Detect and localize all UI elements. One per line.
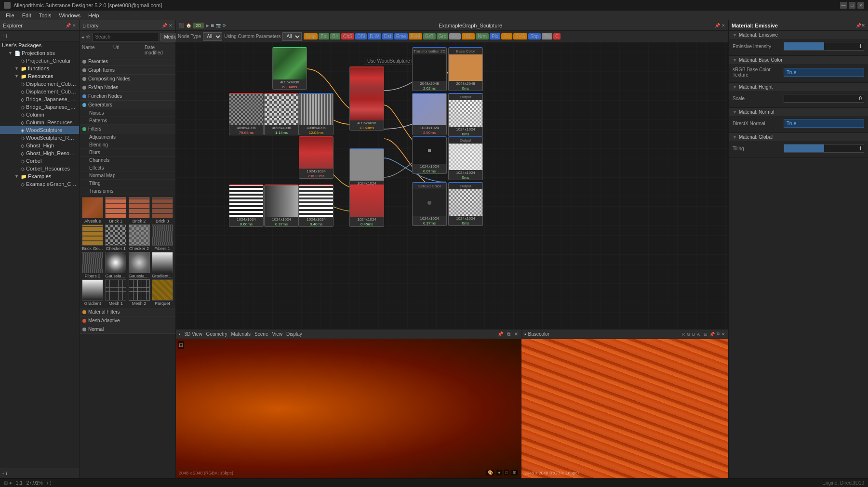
graph-node-lines[interactable]: 4096x4096 12.05ms	[299, 93, 334, 135]
view3d-pop-icon[interactable]: ⧉	[507, 331, 510, 337]
scale-slider[interactable]: 0	[784, 94, 864, 103]
library-close-icon[interactable]: ✕	[169, 23, 173, 28]
graph-node-bitmap[interactable]: 4096x4096 63.04ms	[272, 47, 307, 90]
tree-displacement-cube-res[interactable]: ◇ Displacement_Cube_0_Resources	[0, 88, 79, 95]
explorer-pin-icon[interactable]: 📌	[66, 23, 71, 28]
sub-normal-map[interactable]: Normal Map	[80, 172, 175, 180]
library-pin-icon[interactable]: 📌	[162, 23, 167, 28]
basecolor-collapse-icon[interactable]: ▪	[524, 331, 526, 337]
graph-close-icon[interactable]: ✕	[721, 23, 725, 28]
tab-geometry[interactable]: Geometry	[206, 331, 227, 337]
directx-value[interactable]: True	[784, 119, 864, 128]
tree-projection-circular[interactable]: ◇ Projection_Circular	[0, 57, 79, 65]
tree-bridge[interactable]: ◇ Bridge_Japanese_SubstanceTest	[0, 95, 79, 103]
graph-node-tf2d[interactable]: Transformation 2D 2048x2048 2.62ms	[412, 47, 447, 91]
badge-grb[interactable]: GrB	[423, 33, 436, 39]
normal-section-header[interactable]: ▼ Material: Normal	[729, 108, 868, 116]
sub-channels[interactable]: Channels	[80, 157, 175, 164]
graph-node-getcolor[interactable]: Get/Set Color 1024x1024 0.37ms	[412, 182, 447, 226]
graph-nav-icon[interactable]: ⬛	[179, 23, 184, 28]
graph-node-output3[interactable]: Output 1024x1024 0ms	[448, 182, 483, 226]
tab-scene[interactable]: Scene	[254, 331, 268, 337]
tab-view[interactable]: View	[272, 331, 282, 337]
lib-item-parquet[interactable]: Parquet	[151, 279, 174, 306]
lib-item-alveolus[interactable]: Alveolus	[81, 197, 104, 224]
basecolor-pin-icon[interactable]: 📌	[709, 332, 715, 337]
sub-patterns[interactable]: Patterns	[80, 117, 175, 125]
graph-node-stripes[interactable]: 1024x1024 0.40ms	[299, 184, 334, 227]
graph-canvas[interactable]: Use WoodSculpture Model 4096x4096 63.04m…	[176, 42, 728, 329]
badge-dst[interactable]: Dst	[382, 33, 393, 39]
sub-noises[interactable]: Noises	[80, 109, 175, 117]
tree-displacement-cube[interactable]: ◇ Displacement_Cube_0	[0, 80, 79, 88]
badge-hsl[interactable]: HSL	[462, 33, 475, 39]
graph-node-small1[interactable]: 1024x1024 0.07ms	[412, 136, 447, 174]
basecolor-toolbar4[interactable]: A	[697, 332, 700, 337]
col-name[interactable]: Name	[80, 44, 112, 56]
basecolor-toolbar3[interactable]: B	[692, 332, 695, 337]
sub-effects[interactable]: Effects	[80, 164, 175, 172]
badge-pix[interactable]: Pix	[490, 33, 500, 39]
graph-node-basecolor[interactable]: Base Color 2048x2048 0ms	[448, 47, 483, 91]
badge-gry[interactable]: Gry	[449, 33, 461, 39]
badge-blr[interactable]: Blr	[330, 33, 340, 39]
tree-wood-sculpture[interactable]: ◈ WoodSculpture	[0, 126, 79, 134]
sub-tiling[interactable]: Tiling	[80, 180, 175, 187]
tree-wood-res[interactable]: ◇ WoodSculpture_Resources	[0, 134, 79, 142]
maximize-button[interactable]: □	[849, 2, 855, 9]
menu-help[interactable]: Help	[84, 13, 103, 18]
srgb-value[interactable]: True	[784, 68, 864, 77]
badge-trs[interactable]: Trs	[542, 33, 552, 39]
tree-ghost[interactable]: ◇ Ghost_High	[0, 142, 79, 149]
lib-cat-function-nodes[interactable]: Function Nodes	[80, 92, 175, 101]
emissive-intensity-slider[interactable]: 1	[784, 42, 864, 51]
graph-node-gradient[interactable]: 1024x1024 0.37ms	[264, 184, 299, 227]
library-star-icon[interactable]: ☆	[86, 34, 91, 40]
graph-node-wood[interactable]: 4096x4096 13.63ms	[349, 66, 384, 131]
view3d-collapse-icon[interactable]: ▪	[179, 331, 181, 337]
lib-cat-compositing[interactable]: Compositing Nodes	[80, 75, 175, 83]
graph-node-checker[interactable]: 4096x4096 1.14ms	[264, 93, 299, 135]
lib-cat-filters[interactable]: Filters	[80, 125, 175, 133]
basecolor-pop-icon[interactable]: ⧉	[717, 331, 720, 337]
graph-home-icon[interactable]: 🏠	[186, 23, 191, 28]
tree-resources[interactable]: ▼ 📁 Resources	[0, 72, 79, 80]
badge-chs[interactable]: ChS	[341, 33, 354, 39]
lib-item-gaussian2[interactable]: Gaussian 2	[128, 252, 150, 278]
graph-node-normal[interactable]: 1024x1024 2.50ms	[412, 93, 447, 135]
view3d-close-icon[interactable]: ✕	[514, 331, 518, 337]
graph-node-substance[interactable]: 1024x1024 238.39ms	[299, 136, 334, 179]
library-search-input[interactable]	[92, 33, 159, 41]
emissive-section-header[interactable]: ▼ Material: Emissive	[729, 31, 868, 39]
tab-materials[interactable]: Materials	[231, 331, 251, 337]
basecolor-content[interactable]: 2048 x 2048 (RGBA; 16bpc)	[521, 339, 728, 478]
badge-bmp[interactable]: Bmp	[304, 33, 318, 39]
graph-node-output2[interactable]: Output 1024x1024 0ms	[448, 136, 483, 180]
lib-cat-normal[interactable]: Normal	[80, 325, 175, 334]
menu-file[interactable]: File	[2, 13, 18, 18]
view3d-reset-icon[interactable]: ⊞	[179, 342, 183, 348]
graph-node-bwnoise[interactable]: 4096x4096 79.68ms	[229, 93, 264, 135]
tree-column[interactable]: ◇ Column	[0, 111, 79, 118]
badge-grc[interactable]: Grc	[437, 33, 448, 39]
badge-dw[interactable]: D.W	[368, 33, 381, 39]
global-section-header[interactable]: ▼ Material: Global	[729, 133, 868, 141]
view-3d-content[interactable]: ⊞ 2048 x 2048 (RGBA; 16bpc) 🎨 ● □ ⊞	[176, 339, 521, 478]
explorer-close-icon[interactable]: ✕	[72, 23, 76, 28]
custom-params-select[interactable]: All	[282, 32, 302, 41]
menu-windows[interactable]: Windows	[55, 13, 84, 18]
badge-eme[interactable]: Eme	[394, 33, 408, 39]
badge-dbl[interactable]: DBl	[355, 33, 367, 39]
height-section-header[interactable]: ▼ Material: Height	[729, 83, 868, 91]
tree-corbel[interactable]: ◇ Corbel	[0, 157, 79, 165]
tree-examples[interactable]: ▼ 📁 Examples	[0, 172, 79, 180]
sub-transforms[interactable]: Transforms	[80, 187, 175, 195]
lib-cat-fxmap[interactable]: FxMap Nodes	[80, 83, 175, 92]
tree-corbel-res[interactable]: ◇ Corbel_Resources	[0, 165, 79, 172]
tree-functions[interactable]: ▼ 📁 functions	[0, 65, 79, 72]
badge-scr[interactable]: Scr	[501, 33, 512, 39]
window-controls[interactable]: — □ ✕	[840, 2, 864, 9]
lib-item-brick1[interactable]: Brick 1	[105, 197, 127, 224]
tree-exaample-cube[interactable]: ◇ ExamapleGraph_Cube	[0, 180, 79, 188]
view3d-cube-icon[interactable]: □	[504, 470, 509, 475]
